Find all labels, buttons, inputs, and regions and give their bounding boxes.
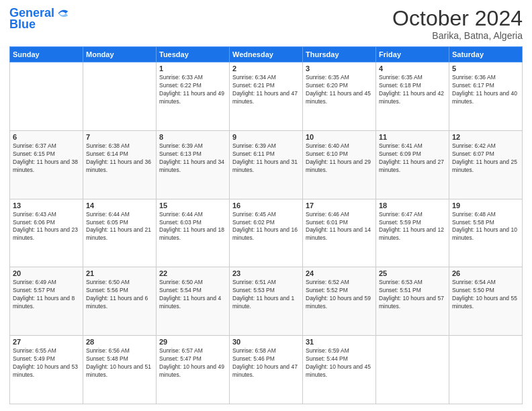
day-number: 8 bbox=[159, 133, 226, 141]
day-number: 6 bbox=[13, 133, 80, 141]
logo: General Blue bbox=[9, 7, 69, 32]
cell-sun-info: Sunrise: 6:35 AMSunset: 6:20 PMDaylight:… bbox=[306, 74, 373, 106]
cell-sun-info: Sunrise: 6:47 AMSunset: 5:59 PMDaylight:… bbox=[379, 211, 446, 243]
day-number: 12 bbox=[452, 133, 519, 141]
cell-sun-info: Sunrise: 6:43 AMSunset: 6:06 PMDaylight:… bbox=[13, 211, 80, 243]
calendar-cell: 19Sunrise: 6:48 AMSunset: 5:58 PMDayligh… bbox=[449, 199, 523, 267]
cell-sun-info: Sunrise: 6:39 AMSunset: 6:11 PMDaylight:… bbox=[232, 142, 300, 175]
calendar-cell: 4Sunrise: 6:35 AMSunset: 6:18 PMDaylight… bbox=[376, 62, 449, 131]
calendar-cell: 1Sunrise: 6:33 AMSunset: 6:22 PMDaylight… bbox=[157, 62, 230, 131]
day-number: 19 bbox=[452, 201, 519, 210]
day-number: 18 bbox=[379, 201, 446, 210]
day-number: 10 bbox=[306, 133, 373, 141]
calendar-cell: 10Sunrise: 6:40 AMSunset: 6:10 PMDayligh… bbox=[303, 130, 376, 199]
day-number: 2 bbox=[232, 64, 300, 73]
day-number: 24 bbox=[306, 269, 373, 277]
calendar-cell: 12Sunrise: 6:42 AMSunset: 6:07 PMDayligh… bbox=[449, 130, 523, 199]
calendar-cell bbox=[449, 336, 523, 404]
page: General Blue October 2024 Barika, Batna,… bbox=[0, 0, 532, 411]
calendar-cell: 5Sunrise: 6:36 AMSunset: 6:17 PMDaylight… bbox=[449, 62, 523, 131]
day-number: 15 bbox=[159, 201, 226, 210]
calendar-cell: 3Sunrise: 6:35 AMSunset: 6:20 PMDaylight… bbox=[303, 62, 376, 131]
cell-sun-info: Sunrise: 6:49 AMSunset: 5:57 PMDaylight:… bbox=[13, 279, 80, 311]
calendar-cell: 16Sunrise: 6:45 AMSunset: 6:02 PMDayligh… bbox=[230, 199, 303, 267]
weekday-header-wednesday: Wednesday bbox=[230, 47, 303, 62]
weekday-header-friday: Friday bbox=[376, 47, 449, 62]
calendar-cell bbox=[83, 62, 157, 131]
cell-sun-info: Sunrise: 6:59 AMSunset: 5:44 PMDaylight:… bbox=[306, 347, 373, 379]
calendar-cell bbox=[10, 62, 83, 131]
day-number: 11 bbox=[379, 133, 446, 141]
weekday-header-sunday: Sunday bbox=[10, 47, 83, 62]
day-number: 23 bbox=[232, 269, 300, 277]
cell-sun-info: Sunrise: 6:52 AMSunset: 5:52 PMDaylight:… bbox=[306, 279, 373, 311]
calendar-cell: 28Sunrise: 6:56 AMSunset: 5:48 PMDayligh… bbox=[83, 336, 157, 404]
calendar-cell: 8Sunrise: 6:39 AMSunset: 6:13 PMDaylight… bbox=[157, 130, 230, 199]
cell-sun-info: Sunrise: 6:37 AMSunset: 6:15 PMDaylight:… bbox=[13, 142, 80, 175]
cell-sun-info: Sunrise: 6:56 AMSunset: 5:48 PMDaylight:… bbox=[86, 347, 153, 379]
cell-sun-info: Sunrise: 6:54 AMSunset: 5:50 PMDaylight:… bbox=[452, 279, 519, 311]
day-number: 28 bbox=[86, 338, 153, 346]
day-number: 13 bbox=[13, 201, 80, 210]
cell-sun-info: Sunrise: 6:50 AMSunset: 5:54 PMDaylight:… bbox=[159, 279, 226, 311]
logo-icon bbox=[56, 7, 69, 20]
calendar-cell: 29Sunrise: 6:57 AMSunset: 5:47 PMDayligh… bbox=[157, 336, 230, 404]
day-number: 9 bbox=[232, 133, 300, 141]
day-number: 25 bbox=[379, 269, 446, 277]
calendar-week-1: 1Sunrise: 6:33 AMSunset: 6:22 PMDaylight… bbox=[10, 62, 523, 131]
calendar-cell: 6Sunrise: 6:37 AMSunset: 6:15 PMDaylight… bbox=[10, 130, 83, 199]
day-number: 21 bbox=[86, 269, 153, 277]
calendar-cell: 23Sunrise: 6:51 AMSunset: 5:53 PMDayligh… bbox=[230, 267, 303, 336]
calendar-cell: 27Sunrise: 6:55 AMSunset: 5:49 PMDayligh… bbox=[10, 336, 83, 404]
calendar-cell: 22Sunrise: 6:50 AMSunset: 5:54 PMDayligh… bbox=[157, 267, 230, 336]
weekday-header-tuesday: Tuesday bbox=[157, 47, 230, 62]
cell-sun-info: Sunrise: 6:44 AMSunset: 6:05 PMDaylight:… bbox=[86, 211, 153, 243]
cell-sun-info: Sunrise: 6:45 AMSunset: 6:02 PMDaylight:… bbox=[232, 211, 300, 243]
day-number: 22 bbox=[159, 269, 226, 277]
cell-sun-info: Sunrise: 6:53 AMSunset: 5:51 PMDaylight:… bbox=[379, 279, 446, 311]
cell-sun-info: Sunrise: 6:39 AMSunset: 6:13 PMDaylight:… bbox=[159, 142, 226, 175]
day-number: 20 bbox=[13, 269, 80, 277]
day-number: 16 bbox=[232, 201, 300, 210]
day-number: 31 bbox=[306, 338, 373, 346]
cell-sun-info: Sunrise: 6:38 AMSunset: 6:14 PMDaylight:… bbox=[86, 142, 153, 175]
cell-sun-info: Sunrise: 6:46 AMSunset: 6:01 PMDaylight:… bbox=[306, 211, 373, 243]
calendar-cell bbox=[376, 336, 449, 404]
calendar-cell: 26Sunrise: 6:54 AMSunset: 5:50 PMDayligh… bbox=[449, 267, 523, 336]
calendar-cell: 30Sunrise: 6:58 AMSunset: 5:46 PMDayligh… bbox=[230, 336, 303, 404]
calendar-cell: 18Sunrise: 6:47 AMSunset: 5:59 PMDayligh… bbox=[376, 199, 449, 267]
day-number: 5 bbox=[452, 64, 519, 73]
calendar-cell: 20Sunrise: 6:49 AMSunset: 5:57 PMDayligh… bbox=[10, 267, 83, 336]
calendar-week-4: 20Sunrise: 6:49 AMSunset: 5:57 PMDayligh… bbox=[10, 267, 523, 336]
calendar-cell: 21Sunrise: 6:50 AMSunset: 5:56 PMDayligh… bbox=[83, 267, 157, 336]
day-number: 26 bbox=[452, 269, 519, 277]
day-number: 1 bbox=[159, 64, 226, 73]
calendar-cell: 13Sunrise: 6:43 AMSunset: 6:06 PMDayligh… bbox=[10, 199, 83, 267]
weekday-header-monday: Monday bbox=[83, 47, 157, 62]
calendar-table: SundayMondayTuesdayWednesdayThursdayFrid… bbox=[9, 46, 523, 404]
calendar-cell: 24Sunrise: 6:52 AMSunset: 5:52 PMDayligh… bbox=[303, 267, 376, 336]
cell-sun-info: Sunrise: 6:35 AMSunset: 6:18 PMDaylight:… bbox=[379, 74, 446, 106]
calendar-cell: 2Sunrise: 6:34 AMSunset: 6:21 PMDaylight… bbox=[230, 62, 303, 131]
calendar-cell: 14Sunrise: 6:44 AMSunset: 6:05 PMDayligh… bbox=[83, 199, 157, 267]
day-number: 14 bbox=[86, 201, 153, 210]
day-number: 30 bbox=[232, 338, 300, 346]
calendar-cell: 17Sunrise: 6:46 AMSunset: 6:01 PMDayligh… bbox=[303, 199, 376, 267]
calendar-cell: 25Sunrise: 6:53 AMSunset: 5:51 PMDayligh… bbox=[376, 267, 449, 336]
cell-sun-info: Sunrise: 6:41 AMSunset: 6:09 PMDaylight:… bbox=[379, 142, 446, 175]
day-number: 3 bbox=[306, 64, 373, 73]
cell-sun-info: Sunrise: 6:34 AMSunset: 6:21 PMDaylight:… bbox=[232, 74, 300, 106]
cell-sun-info: Sunrise: 6:33 AMSunset: 6:22 PMDaylight:… bbox=[159, 74, 226, 106]
calendar-cell: 31Sunrise: 6:59 AMSunset: 5:44 PMDayligh… bbox=[303, 336, 376, 404]
calendar-week-2: 6Sunrise: 6:37 AMSunset: 6:15 PMDaylight… bbox=[10, 130, 523, 199]
day-number: 7 bbox=[86, 133, 153, 141]
day-number: 17 bbox=[306, 201, 373, 210]
calendar-week-5: 27Sunrise: 6:55 AMSunset: 5:49 PMDayligh… bbox=[10, 336, 523, 404]
day-number: 29 bbox=[159, 338, 226, 346]
calendar-week-3: 13Sunrise: 6:43 AMSunset: 6:06 PMDayligh… bbox=[10, 199, 523, 267]
header: General Blue October 2024 Barika, Batna,… bbox=[9, 7, 523, 41]
cell-sun-info: Sunrise: 6:57 AMSunset: 5:47 PMDaylight:… bbox=[159, 347, 226, 379]
title-block: October 2024 Barika, Batna, Algeria bbox=[392, 7, 523, 41]
location-subtitle: Barika, Batna, Algeria bbox=[392, 30, 523, 41]
month-title: October 2024 bbox=[392, 7, 523, 30]
